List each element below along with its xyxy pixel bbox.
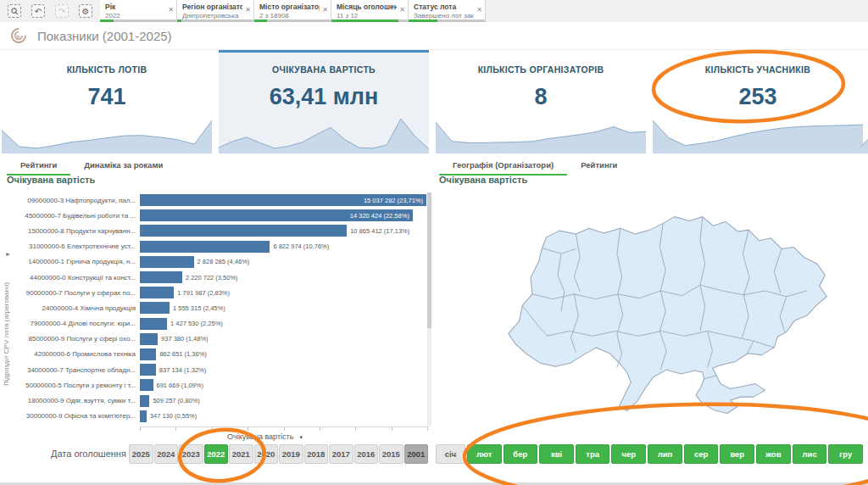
year-button-2015[interactable]: 2015 xyxy=(379,444,403,464)
bar[interactable] xyxy=(140,287,174,298)
month-button-бер[interactable]: бер xyxy=(504,444,538,464)
filter-chip[interactable]: Місто організатора2 з 18908✕ xyxy=(254,0,331,22)
month-button-лип[interactable]: лип xyxy=(648,444,682,464)
filter-chip[interactable]: Регіон організатораДніпропетровська✕ xyxy=(177,0,254,22)
bar[interactable] xyxy=(140,364,156,376)
bar-track: 6 822 974 (10,76%) xyxy=(140,241,432,253)
axis-tick xyxy=(355,427,356,431)
dimension-expand-arrow-icon[interactable]: ► xyxy=(5,251,11,257)
bar[interactable]: 14 320 424 (22,58%) xyxy=(140,209,413,221)
undo-icon[interactable]: ↶ xyxy=(31,4,45,18)
year-button-2016[interactable]: 2016 xyxy=(354,444,379,464)
bar-category-label: 09000000-3 Нафтопродукти, пал... xyxy=(17,197,140,204)
filter-chip[interactable]: Рік2022✕ xyxy=(100,0,177,22)
bar-category-label: 18000000-9 Одяг, взуття, сумки т... xyxy=(17,397,140,404)
measure-dropdown-label: Очікувана вартість xyxy=(227,432,293,441)
filter-chip-close-icon[interactable]: ✕ xyxy=(322,6,328,14)
axis-tick xyxy=(392,427,392,431)
bar[interactable] xyxy=(140,395,149,407)
bar-chart-y-axis-label: Підрозділ CPV лота (агреговано) xyxy=(3,259,10,386)
bar[interactable] xyxy=(140,410,147,422)
bar[interactable] xyxy=(140,333,158,345)
filter-chip[interactable]: Місяць оголошення ...11 з 12✕ xyxy=(331,0,409,22)
year-button-2021[interactable]: 2021 xyxy=(229,444,253,464)
bar-row: 90000000-7 Послуги у сферах по...1 791 9… xyxy=(17,285,432,300)
filter-chip-close-icon[interactable]: ✕ xyxy=(476,6,482,14)
bar[interactable] xyxy=(140,256,194,268)
measure-dropdown[interactable]: Очікувана вартість▼ xyxy=(227,432,303,441)
bar-row: 31000000-6 Електротехнічне уст...6 822 9… xyxy=(17,239,432,254)
month-button-тра[interactable]: тра xyxy=(576,444,610,464)
month-button-вер[interactable]: вер xyxy=(720,444,754,464)
kpi-card[interactable]: КІЛЬКІСТЬ ЛОТІВ741 xyxy=(2,50,212,153)
kpi-label: ОЧІКУВАНА ВАРТІСТЬ xyxy=(219,64,429,75)
bar[interactable] xyxy=(140,271,182,283)
tab-left[interactable]: Рейтинги xyxy=(7,158,70,176)
axis-tick xyxy=(175,427,176,431)
selections-tool-gear-icon[interactable]: ⚙ xyxy=(79,4,92,18)
bar-category-label: 31000000-6 Електротехнічне уст... xyxy=(17,242,140,250)
ukraine-map[interactable] xyxy=(490,206,849,428)
bar-track: 14 320 424 (22,58%) xyxy=(140,209,432,221)
bar-value-label: 862 651 (1,36%) xyxy=(159,348,206,360)
year-button-2025[interactable]: 2025 xyxy=(129,444,153,464)
kpi-card[interactable]: КІЛЬКІСТЬ УЧАСНИКІВ253 xyxy=(653,50,863,153)
bar-value-label: 1 427 530 (2,25%) xyxy=(170,318,223,330)
tab-right[interactable]: Географія (Організатори) xyxy=(439,158,567,176)
redo-icon[interactable]: ↷ xyxy=(55,4,69,18)
tab-left[interactable]: Динаміка за роками xyxy=(70,158,176,176)
bar-value-label: 837 134 (1,32%) xyxy=(159,364,206,376)
year-button-2017[interactable]: 2017 xyxy=(329,444,353,464)
bar-category-label: 14000000-1 Гірнича продукція, н... xyxy=(17,258,140,265)
bar-row: 79000000-4 Ділові послуги: юри...1 427 5… xyxy=(17,316,432,332)
bar[interactable] xyxy=(140,348,156,360)
month-button-чер[interactable]: чер xyxy=(611,444,646,464)
year-button-2019[interactable]: 2019 xyxy=(279,444,303,464)
tab-right[interactable]: Рейтинги xyxy=(567,158,631,176)
year-button-2024[interactable]: 2024 xyxy=(154,444,179,464)
kpi-card[interactable]: КІЛЬКІСТЬ ОРГАНІЗАТОРІВ8 xyxy=(436,50,646,153)
year-button-2023[interactable]: 2023 xyxy=(179,444,203,464)
kpi-value: 741 xyxy=(2,84,212,110)
sheet-header: bi Показники (2001-2025) xyxy=(0,22,868,50)
bar-category-label: 79000000-4 Ділові послуги: юри... xyxy=(17,320,140,327)
filter-chip-close-icon[interactable]: ✕ xyxy=(245,6,251,14)
selection-bar: ↶ ↷ ⚙ Рік2022✕Регіон організатораДніпроп… xyxy=(0,0,868,23)
bar-category-label: 24000000-4 Хімічна продукція xyxy=(17,304,140,312)
search-selections-icon[interactable] xyxy=(8,4,21,18)
filter-chip-close-icon[interactable]: ✕ xyxy=(399,6,405,14)
month-button-лис[interactable]: лис xyxy=(793,444,827,464)
year-button-2018[interactable]: 2018 xyxy=(304,444,329,464)
filter-chip[interactable]: Статус лотаЗавершено лот закупівлі✕ xyxy=(409,0,486,22)
bar[interactable] xyxy=(140,318,167,330)
year-button-2022[interactable]: 2022 xyxy=(204,444,229,464)
kpi-card[interactable]: ОЧІКУВАНА ВАРТІСТЬ63,41 млн xyxy=(219,50,429,153)
filter-chip-title: Рік xyxy=(105,3,165,11)
bar-chart-scrollbar[interactable] xyxy=(427,192,431,426)
kpi-card-partial[interactable] xyxy=(860,50,868,153)
year-button-2020[interactable]: 2020 xyxy=(254,444,279,464)
bar-category-label: 85000000-9 Послуги у сфері охо... xyxy=(17,335,140,343)
filter-chip-title: Місто організатора xyxy=(259,3,320,11)
month-button-сер[interactable]: сер xyxy=(684,444,719,464)
bar-category-label: 15000000-8 Продукти харчуванн... xyxy=(17,227,140,235)
bar[interactable] xyxy=(140,379,153,391)
bar-row: 85000000-9 Послуги у сфері охо...937 380… xyxy=(17,332,432,347)
bar-track: 691 669 (1,09%) xyxy=(140,379,432,391)
bar-track: 2 220 722 (3,50%) xyxy=(140,271,432,283)
year-button-2001[interactable]: 2001 xyxy=(404,444,429,464)
bar[interactable] xyxy=(140,241,270,253)
filter-chip-close-icon[interactable]: ✕ xyxy=(168,6,174,14)
month-button-лют[interactable]: лют xyxy=(467,444,502,464)
kpi-sparkline xyxy=(860,120,868,153)
month-button-жов[interactable]: жов xyxy=(756,444,791,464)
bar-category-label: 42000000-6 Промислова техніка xyxy=(17,350,140,358)
month-button-кві[interactable]: кві xyxy=(539,444,574,464)
filter-chip-title: Статус лота xyxy=(414,3,474,11)
scrollbar-thumb[interactable] xyxy=(427,192,431,328)
bar[interactable]: 15 037 282 (23,71%) xyxy=(140,194,426,206)
month-button-січ[interactable]: січ xyxy=(436,444,465,464)
bar[interactable] xyxy=(140,225,347,237)
bar[interactable] xyxy=(140,302,170,314)
month-button-гру[interactable]: гру xyxy=(828,444,863,464)
